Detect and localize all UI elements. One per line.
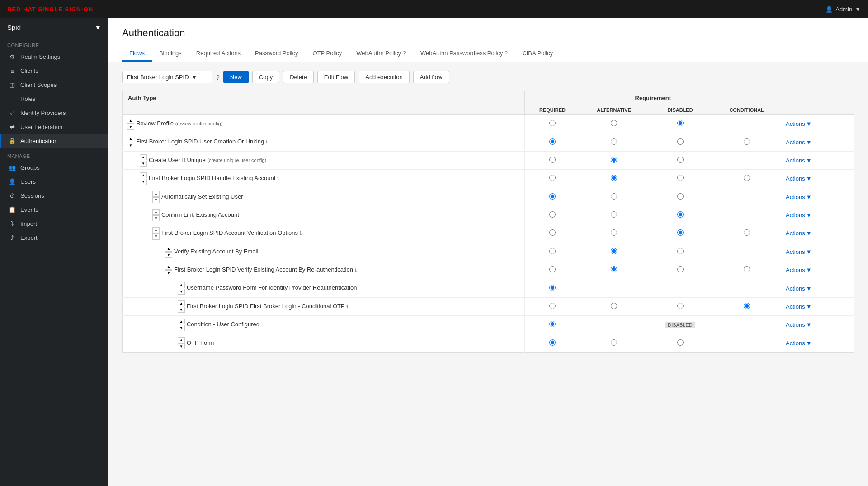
- actions-dropdown[interactable]: Actions ▼: [786, 212, 849, 219]
- up-button[interactable]: ▲: [165, 264, 172, 270]
- down-button[interactable]: ▼: [152, 215, 160, 221]
- sidebar-item-identity-providers[interactable]: ⇄ Identity Providers: [0, 106, 108, 120]
- actions-dropdown[interactable]: Actions ▼: [786, 157, 849, 164]
- tab-otp-policy[interactable]: OTP Policy: [305, 46, 349, 62]
- radio-conditional[interactable]: [744, 229, 750, 236]
- info-icon[interactable]: ℹ: [266, 139, 268, 145]
- radio-required[interactable]: [549, 248, 556, 254]
- radio-required[interactable]: [549, 157, 556, 163]
- sidebar-item-authentication[interactable]: 🔒 Authentication: [0, 134, 108, 148]
- sidebar-item-sessions[interactable]: ⏱ Sessions: [0, 189, 108, 203]
- up-button[interactable]: ▲: [178, 319, 185, 324]
- sidebar-item-groups[interactable]: 👥 Groups: [0, 161, 108, 175]
- up-button[interactable]: ▲: [127, 118, 134, 124]
- radio-disabled[interactable]: [677, 229, 684, 236]
- radio-alternative[interactable]: [611, 229, 617, 236]
- new-button[interactable]: New: [223, 71, 249, 83]
- radio-required[interactable]: [549, 285, 556, 291]
- actions-dropdown[interactable]: Actions ▼: [786, 194, 849, 200]
- radio-conditional[interactable]: [744, 175, 750, 181]
- down-button[interactable]: ▼: [127, 124, 134, 130]
- sidebar-item-user-federation[interactable]: ⇌ User Federation: [0, 120, 108, 134]
- edit-flow-button[interactable]: Edit Flow: [317, 71, 355, 83]
- delete-button[interactable]: Delete: [283, 71, 314, 83]
- info-icon[interactable]: ℹ: [277, 176, 279, 181]
- info-icon[interactable]: ℹ: [300, 230, 302, 236]
- down-button[interactable]: ▼: [140, 179, 147, 185]
- radio-disabled[interactable]: [677, 303, 684, 309]
- radio-required[interactable]: [549, 175, 556, 181]
- down-button[interactable]: ▼: [165, 270, 172, 276]
- up-button[interactable]: ▲: [178, 337, 185, 343]
- actions-dropdown[interactable]: Actions ▼: [786, 120, 849, 127]
- radio-required[interactable]: [549, 120, 556, 126]
- flow-selector[interactable]: First Broker Login SPID ▼: [122, 71, 212, 83]
- radio-alternative[interactable]: [611, 339, 617, 346]
- sidebar-item-roles[interactable]: ≡ Roles: [0, 92, 108, 106]
- radio-alternative[interactable]: [611, 157, 617, 163]
- tab-webauthn-passwordless-policy[interactable]: WebAuthn Passwordless Policy ?: [413, 46, 515, 62]
- up-button[interactable]: ▲: [178, 282, 185, 288]
- radio-alternative[interactable]: [611, 266, 617, 272]
- realm-selector[interactable]: Spid ▼: [0, 18, 108, 37]
- up-button[interactable]: ▲: [178, 300, 185, 306]
- radio-disabled[interactable]: [677, 266, 684, 272]
- radio-required[interactable]: [549, 303, 556, 309]
- tab-ciba-policy[interactable]: CIBA Policy: [515, 46, 560, 62]
- radio-alternative[interactable]: [611, 248, 617, 254]
- radio-disabled[interactable]: [677, 193, 684, 200]
- flow-help-icon[interactable]: ?: [216, 74, 220, 81]
- sidebar-item-users[interactable]: 👤 Users: [0, 175, 108, 189]
- radio-required[interactable]: [549, 339, 556, 346]
- actions-dropdown[interactable]: Actions ▼: [786, 340, 849, 347]
- radio-disabled[interactable]: [677, 339, 684, 346]
- radio-disabled[interactable]: [677, 138, 684, 145]
- up-button[interactable]: ▲: [165, 246, 172, 252]
- tab-password-policy[interactable]: Password Policy: [248, 46, 305, 62]
- actions-dropdown[interactable]: Actions ▼: [786, 230, 849, 237]
- up-button[interactable]: ▲: [127, 136, 134, 142]
- topnav-user[interactable]: 👤 Admin ▼: [826, 6, 861, 13]
- up-button[interactable]: ▲: [140, 172, 147, 178]
- sidebar-item-events[interactable]: 📋 Events: [0, 203, 108, 217]
- add-flow-button[interactable]: Add flow: [413, 71, 449, 83]
- sidebar-item-export[interactable]: ⤴ Export: [0, 231, 108, 245]
- down-button[interactable]: ▼: [152, 197, 160, 203]
- radio-required[interactable]: [549, 138, 556, 145]
- tab-bindings[interactable]: Bindings: [152, 46, 189, 62]
- up-button[interactable]: ▲: [152, 227, 160, 233]
- down-button[interactable]: ▼: [165, 252, 172, 258]
- up-button[interactable]: ▲: [152, 209, 160, 215]
- sidebar-item-realm-settings[interactable]: ⚙ Realm Settings: [0, 50, 108, 64]
- down-button[interactable]: ▼: [178, 307, 185, 313]
- actions-dropdown[interactable]: Actions ▼: [786, 285, 849, 292]
- down-button[interactable]: ▼: [178, 325, 185, 331]
- actions-dropdown[interactable]: Actions ▼: [786, 248, 849, 255]
- radio-conditional[interactable]: [744, 138, 750, 145]
- down-button[interactable]: ▼: [178, 289, 185, 295]
- radio-alternative[interactable]: [611, 303, 617, 309]
- actions-dropdown[interactable]: Actions ▼: [786, 139, 849, 146]
- info-icon[interactable]: ℹ: [346, 304, 348, 309]
- radio-disabled[interactable]: [677, 248, 684, 254]
- up-button[interactable]: ▲: [140, 154, 147, 160]
- radio-required[interactable]: [549, 211, 556, 218]
- sidebar-item-import[interactable]: ⤵ Import: [0, 217, 108, 231]
- down-button[interactable]: ▼: [178, 343, 185, 349]
- radio-disabled[interactable]: [677, 211, 684, 218]
- up-button[interactable]: ▲: [152, 191, 160, 197]
- add-execution-button[interactable]: Add execution: [359, 71, 409, 83]
- tab-webauthn-policy[interactable]: WebAuthn Policy ?: [349, 46, 413, 62]
- down-button[interactable]: ▼: [152, 233, 160, 239]
- info-icon[interactable]: ℹ: [355, 267, 357, 272]
- radio-disabled[interactable]: [677, 157, 684, 163]
- radio-conditional[interactable]: [744, 303, 750, 309]
- copy-button[interactable]: Copy: [252, 71, 279, 83]
- radio-alternative[interactable]: [611, 138, 617, 145]
- actions-dropdown[interactable]: Actions ▼: [786, 303, 849, 310]
- radio-conditional[interactable]: [744, 266, 750, 272]
- actions-dropdown[interactable]: Actions ▼: [786, 321, 849, 328]
- radio-disabled[interactable]: [677, 120, 684, 126]
- sidebar-item-client-scopes[interactable]: ◫ Client Scopes: [0, 78, 108, 92]
- radio-alternative[interactable]: [611, 120, 617, 126]
